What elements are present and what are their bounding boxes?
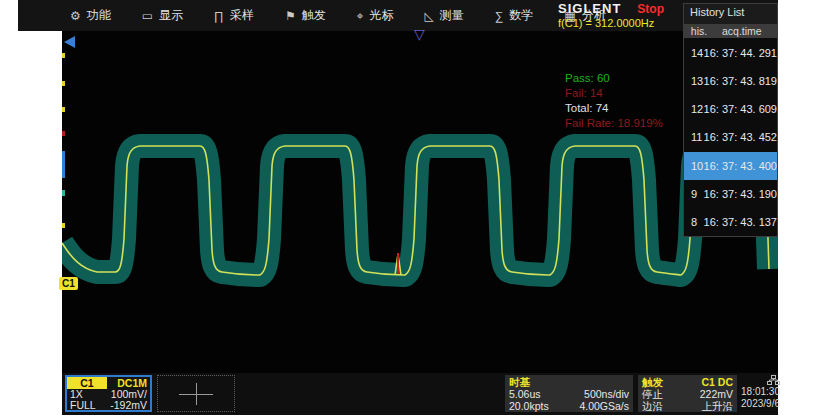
history-row-time: 16: 37: 44. 291 <box>704 47 777 59</box>
history-row-id: 8 <box>684 216 704 228</box>
menu-items: ⚙功能▭显示∏采样⚑触发⌖光标◺测量∑数学▦分析 <box>70 0 606 31</box>
siglent-logo: SIGLENT <box>558 1 621 16</box>
passfail-statistics: Pass: 60 Fail: 14 Total: 74 Fail Rate: 1… <box>565 71 663 131</box>
menu-item-7[interactable]: ∑数学 <box>495 7 534 24</box>
menu-item-1[interactable]: ⚙功能 <box>70 7 111 24</box>
history-row-time: 16: 37: 43. 190 <box>704 188 777 200</box>
menu-item-label: 功能 <box>87 7 111 24</box>
history-row-time: 16: 37: 43. 400 <box>704 160 777 172</box>
channel1-box[interactable]: C1 DC1M 1X 100mV/ FULL -192mV <box>65 375 152 412</box>
history-row-12[interactable]: 1216: 37: 43. 609 <box>684 95 777 123</box>
timebase-samplerate: 4.00GSa/s <box>579 400 629 412</box>
edge-mark <box>62 107 65 112</box>
history-row-id: 10 <box>684 160 704 172</box>
history-row-time: 16: 37: 43. 137 <box>704 216 777 228</box>
history-row-id: 13 <box>684 75 704 87</box>
trigger-mode: 边沿 <box>642 400 663 412</box>
display-icon: ▭ <box>142 9 153 23</box>
waveform-plot <box>62 31 778 373</box>
acquire-icon: ∏ <box>214 9 224 23</box>
measure-icon: ◺ <box>425 9 434 23</box>
history-row-time: 16: 37: 43. 819 <box>704 75 777 87</box>
menu-item-2[interactable]: ▭显示 <box>142 7 183 24</box>
plus-icon <box>196 383 197 405</box>
timebase-box[interactable]: 时基 5.06us 500ns/div 20.0kpts 4.00GSa/s <box>505 375 633 412</box>
channel1-bandwidth: FULL <box>70 400 96 411</box>
edge-mark <box>62 81 65 86</box>
history-panel-title[interactable]: History List <box>684 4 777 24</box>
fail-count: Fail: 14 <box>565 86 663 101</box>
menu-item-label: 采样 <box>230 7 254 24</box>
trigger-label: 触发 <box>642 376 663 388</box>
trigger-source: C1 <box>701 376 714 388</box>
trigger-level: 222mV <box>700 388 733 400</box>
oscilloscope-screen: ⚙功能▭显示∏采样⚑触发⌖光标◺测量∑数学▦分析 SIGLENT Stop f(… <box>0 0 840 420</box>
history-row-id: 12 <box>684 103 704 115</box>
history-row-id: 14 <box>684 47 704 59</box>
edge-mark <box>62 131 65 136</box>
fail-rate: Fail Rate: 18.919% <box>565 116 663 131</box>
timebase-label: 时基 <box>509 376 530 388</box>
menu-item-4[interactable]: ⚑触发 <box>285 7 326 24</box>
history-row-time: 16: 37: 43. 609 <box>704 103 777 115</box>
trigger-position-icon[interactable]: ▽ <box>414 27 425 41</box>
trigger-box[interactable]: 触发 C1 DC 停止 222mV 边沿 上升沿 <box>638 375 737 412</box>
history-row-id: 9 <box>684 188 704 200</box>
history-rows: 1416: 37: 44. 2911316: 37: 43. 8191216: … <box>684 39 777 236</box>
edge-mark <box>62 223 65 228</box>
edge-mark <box>62 53 65 58</box>
history-row-9[interactable]: 916: 37: 43. 190 <box>684 180 777 208</box>
history-row-8[interactable]: 816: 37: 43. 137 <box>684 208 777 236</box>
menu-item-label: 显示 <box>159 7 183 24</box>
waveform-area[interactable]: ▽ Pass: 60 Fail: 14 Total: 74 Fail Rate:… <box>62 31 778 373</box>
cursor-icon: ⌖ <box>357 9 364 23</box>
timebase-scale: 500ns/div <box>584 388 629 400</box>
menu-item-label: 数学 <box>509 7 533 24</box>
timebase-delay: 5.06us <box>509 388 541 400</box>
menu-item-label: 光标 <box>370 7 394 24</box>
menu-item-5[interactable]: ⌖光标 <box>357 7 394 24</box>
history-row-11[interactable]: 1116: 37: 43. 452 <box>684 123 777 151</box>
edge-mark <box>62 190 65 196</box>
clock-block: 18:01:30 2023/9/6 <box>738 375 780 410</box>
status-bar: C1 DC1M 1X 100mV/ FULL -192mV 时基 5.06us … <box>62 373 778 415</box>
pass-count: Pass: 60 <box>565 71 663 86</box>
run-state-badge[interactable]: Stop <box>637 2 664 16</box>
history-row-time: 16: 37: 43. 452 <box>704 131 777 143</box>
history-header-row: his. acq.time <box>684 24 777 38</box>
menu-item-6[interactable]: ◺测量 <box>425 7 464 24</box>
menu-item-label: 触发 <box>302 7 326 24</box>
channel1-offset: -192mV <box>110 400 147 411</box>
trigger-coupling: DC <box>718 376 733 388</box>
math-icon: ∑ <box>495 9 504 23</box>
trigger-slope: 上升沿 <box>702 400 734 412</box>
history-col-acqtime: acq.time <box>714 25 777 37</box>
trigger-status: 停止 <box>642 388 663 400</box>
gear-icon: ⚙ <box>70 9 81 23</box>
history-row-id: 11 <box>684 131 704 143</box>
history-row-10[interactable]: 1016: 37: 43. 400 <box>684 152 777 180</box>
menu-item-3[interactable]: ∏采样 <box>214 7 254 24</box>
history-row-13[interactable]: 1316: 37: 43. 819 <box>684 67 777 95</box>
math-placeholder-box[interactable] <box>157 375 235 412</box>
clock-date: 2023/9/6 <box>738 398 780 410</box>
trigger-flag-icon: ⚑ <box>285 9 296 23</box>
timebase-points: 20.0kpts <box>509 400 549 412</box>
channel1-level-badge[interactable]: C1 <box>59 277 78 290</box>
history-col-his: his. <box>684 25 714 37</box>
edge-mark <box>62 151 65 178</box>
network-icon[interactable] <box>738 375 780 386</box>
history-panel: History List his. acq.time 1416: 37: 44.… <box>683 3 778 237</box>
clock-time: 18:01:30 <box>738 386 780 398</box>
menu-bar: ⚙功能▭显示∏采样⚑触发⌖光标◺测量∑数学▦分析 SIGLENT Stop f(… <box>18 0 778 31</box>
menu-item-label: 测量 <box>440 7 464 24</box>
history-left-arrow-icon[interactable] <box>64 36 75 48</box>
total-count: Total: 74 <box>565 101 663 116</box>
history-row-14[interactable]: 1416: 37: 44. 291 <box>684 39 777 67</box>
